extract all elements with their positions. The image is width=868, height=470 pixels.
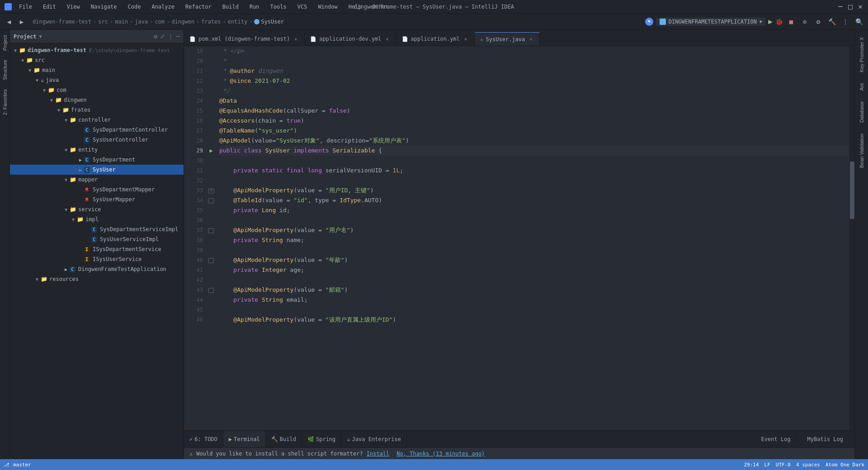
stop-button[interactable]: ■ (786, 16, 797, 27)
build-button[interactable]: 🔨 (826, 16, 837, 27)
menu-window[interactable]: Window (316, 3, 339, 11)
close-button[interactable]: ✕ (857, 4, 863, 10)
breadcrumb-part-2[interactable]: main (115, 19, 128, 25)
favorites-label[interactable]: 2: Favorites (0, 85, 9, 119)
bottom-tab-spring[interactable]: 🌿 Spring (302, 431, 341, 447)
tab-close-dev-yml[interactable]: ✕ (384, 36, 391, 42)
code-editor[interactable]: * </p> * * @author dingwen * @since 2021… (216, 46, 849, 430)
project-label[interactable]: Project (0, 32, 9, 54)
menu-edit[interactable]: Edit (41, 3, 58, 11)
profile-icon[interactable]: ⚑ (645, 18, 653, 26)
bottom-tab-todo[interactable]: ✓ 6: TODO (184, 431, 223, 447)
tree-item-entity[interactable]: ▼ 📁 entity (10, 145, 184, 155)
more-options-button[interactable]: ⋮ (840, 16, 851, 27)
gear-icon[interactable]: ⋮ (168, 33, 174, 40)
fold-icon4[interactable] (208, 256, 215, 264)
breadcrumb-part-0[interactable]: dingwen-frame-test (33, 19, 91, 25)
indent-setting[interactable]: 4 spaces (796, 462, 820, 468)
tab-sysuser-java[interactable]: ☕ SysUser.java ✕ (475, 32, 540, 46)
tree-item-dingwen[interactable]: ▼ 📁 dingwen (10, 95, 184, 105)
install-link[interactable]: Install (367, 451, 390, 457)
menu-build[interactable]: Build (221, 3, 241, 11)
tab-pom-xml[interactable]: 📄 pom.xml (dingwen-frame-test) ✕ (184, 32, 305, 46)
tree-item-main[interactable]: ▼ 📁 main (10, 65, 184, 75)
right-panel-database[interactable]: Database (857, 98, 866, 126)
breadcrumb-part-8[interactable]: SysUser (261, 19, 284, 25)
tree-item-com[interactable]: ▼ 📁 com (10, 85, 184, 95)
right-panel-bean-validation[interactable]: Bean Validation (857, 130, 866, 171)
breadcrumb-part-3[interactable]: java (135, 19, 148, 25)
line-ending[interactable]: LF (764, 462, 770, 468)
breadcrumb-part-5[interactable]: dingwen (171, 19, 194, 25)
fold-icon[interactable] (208, 187, 215, 194)
tree-item-mapper[interactable]: ▼ 📁 mapper (10, 175, 184, 185)
bottom-tab-build[interactable]: 🔨 Build (266, 431, 302, 447)
forward-button[interactable]: ▶ (16, 16, 27, 27)
git-branch[interactable]: master (13, 462, 31, 468)
tree-item-java[interactable]: ▼ ☕ java (10, 75, 184, 85)
bottom-tab-terminal[interactable]: ▶ Terminal (223, 431, 266, 447)
tree-item-sysdeptctrl[interactable]: C SysDepartmentController (10, 125, 184, 135)
tab-app-yml[interactable]: 📄 application.yml ✕ (396, 32, 475, 46)
fold-icon3[interactable] (208, 227, 215, 234)
expand-icon[interactable]: ⤢ (160, 33, 165, 40)
tree-item-dingwenapp[interactable]: ▶ C DingwenFrameTestApplication (10, 264, 184, 274)
project-tree[interactable]: ▼ 📁 dingwen-frame-test E:\study\dingwen-… (10, 43, 184, 459)
menu-run[interactable]: Run (248, 3, 261, 11)
close-panel-icon[interactable]: ─ (176, 33, 180, 40)
cursor-position[interactable]: 29:14 (744, 462, 759, 468)
tab-close-sysuser[interactable]: ✕ (528, 36, 534, 43)
back-button[interactable]: ◀ (4, 16, 14, 27)
tree-item-resources[interactable]: ▼ 📁 resources (10, 274, 184, 284)
search-everywhere-button[interactable]: 🔍 (854, 16, 864, 27)
run-config-selector[interactable]: DINGWENFRAMETESTAPPLICATION ▼ (656, 18, 766, 26)
chevron-icon[interactable]: ▼ (39, 34, 42, 39)
profile-run-button[interactable]: ⚙ (813, 16, 824, 27)
tree-item-src[interactable]: ▼ 📁 src (10, 55, 184, 65)
tree-item-sysuser[interactable]: ▶ C SysUser (10, 165, 184, 175)
breadcrumb-part-1[interactable]: src (98, 19, 108, 25)
sync-icon[interactable]: ⚙ (154, 33, 157, 40)
fold-icon2[interactable] (208, 197, 215, 204)
structure-label[interactable]: Structure (0, 56, 9, 84)
tree-item-service[interactable]: ▼ 📁 service (10, 204, 184, 214)
minimize-button[interactable]: ─ (837, 4, 844, 10)
tree-item-sysusermapper[interactable]: M SysUserMapper (10, 195, 184, 204)
fold-icon5[interactable] (208, 286, 215, 294)
right-panel-ant[interactable]: Ant (857, 80, 866, 95)
breadcrumb-part-4[interactable]: com (155, 19, 165, 25)
tree-item-frates[interactable]: ▼ 📁 frates (10, 105, 184, 115)
run-button[interactable]: ▶ (768, 17, 773, 26)
debug-button[interactable]: 🐞 (775, 18, 783, 25)
menu-analyze[interactable]: Analyze (150, 3, 176, 11)
tree-item-sysuserctrl[interactable]: C SysUserController (10, 135, 184, 145)
mybatis-log-tab[interactable]: MyBatis Log (802, 436, 849, 442)
menu-view[interactable]: View (65, 3, 82, 11)
editor-scrollbar[interactable] (849, 46, 854, 430)
breadcrumb-part-6[interactable]: frates (201, 19, 221, 25)
coverage-button[interactable]: ⊙ (799, 16, 810, 27)
tree-item-isysuserservice[interactable]: I ISysUserService (10, 254, 184, 264)
breadcrumb-part-7[interactable]: entity (228, 19, 247, 25)
tree-item-isysdeptservice[interactable]: I ISysDepartmentService (10, 244, 184, 254)
menu-navigate[interactable]: Navigate (89, 3, 119, 11)
encoding[interactable]: UTF-8 (776, 462, 791, 468)
maximize-button[interactable]: □ (847, 4, 854, 10)
menu-code[interactable]: Code (126, 3, 143, 11)
tab-app-dev-yml[interactable]: 📄 application-dev.yml ✕ (305, 32, 396, 46)
bottom-tab-java-enterprise[interactable]: ☕ Java Enterprise (341, 431, 407, 447)
tree-item-controller[interactable]: ▼ 📁 controller (10, 115, 184, 125)
tree-item-sysdeptmapper[interactable]: M SysDepartmentMapper (10, 185, 184, 195)
tree-item-impl[interactable]: ▼ 📁 impl (10, 214, 184, 224)
event-log-tab[interactable]: Event Log (755, 436, 796, 442)
tree-item-root[interactable]: ▼ 📁 dingwen-frame-test E:\study\dingwen-… (10, 45, 184, 55)
tree-item-sysuserserviceimpl[interactable]: C SysUserServiceImpl (10, 234, 184, 244)
dismiss-link[interactable]: No, Thanks (13 minutes ago) (396, 451, 485, 457)
menu-vcs[interactable]: VCS (296, 3, 309, 11)
tree-item-sysdeptserviceimpl[interactable]: C SysDepartmentServiceImpl (10, 224, 184, 234)
menu-refactor[interactable]: Refactor (184, 3, 213, 11)
tab-close-yml[interactable]: ✕ (462, 36, 469, 42)
theme-name[interactable]: Atom One Dark (826, 462, 864, 468)
right-panel-key-promoter[interactable]: Key Promoter X (857, 33, 866, 76)
tab-close-pom[interactable]: ✕ (292, 36, 299, 42)
